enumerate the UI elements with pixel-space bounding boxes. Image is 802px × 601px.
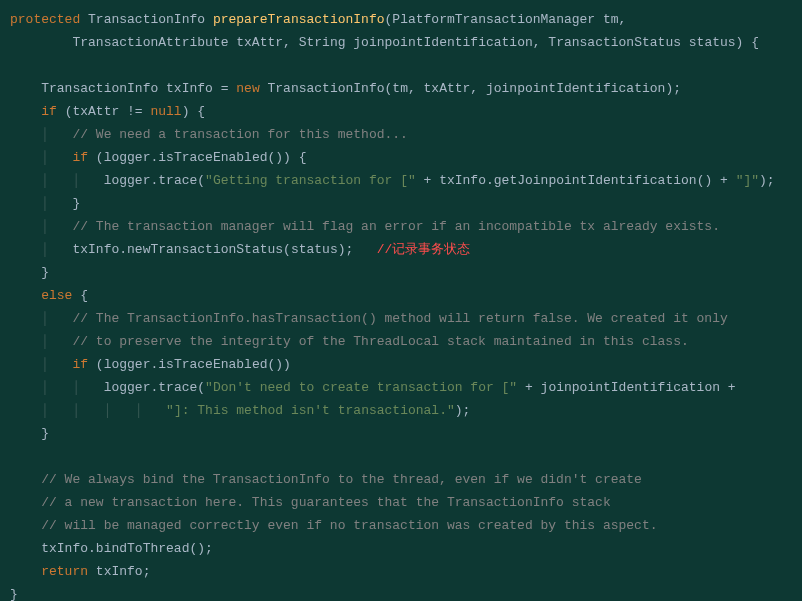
indent-guide: │: [41, 173, 49, 188]
line: }: [10, 587, 18, 601]
semi: );: [455, 403, 471, 418]
keyword-return: return: [41, 564, 88, 579]
param: joinpointIdentification: [353, 35, 532, 50]
comment: // The TransactionInfo.hasTransaction() …: [72, 311, 727, 326]
brace: }: [41, 265, 49, 280]
var: logger: [104, 150, 151, 165]
args: (status);: [283, 242, 353, 257]
brace: }: [72, 196, 80, 211]
line: TransactionInfo txInfo = new Transaction…: [10, 81, 681, 96]
indent-guide: │: [135, 403, 143, 418]
indent-guide: │: [72, 403, 80, 418]
param: status: [689, 35, 736, 50]
var: logger: [104, 173, 151, 188]
string: "]": [736, 173, 759, 188]
paren: (): [697, 173, 713, 188]
var: logger: [104, 380, 151, 395]
paren: (: [88, 150, 104, 165]
semi: );: [759, 173, 775, 188]
var: txInfo: [41, 541, 88, 556]
indent-guide: │: [72, 380, 80, 395]
line: │ if (logger.isTraceEnabled()) {: [10, 150, 307, 165]
line: txInfo.bindToThread();: [10, 541, 213, 556]
method-name: prepareTransactionInfo: [213, 12, 385, 27]
type: String: [299, 35, 346, 50]
line: // We always bind the TransactionInfo to…: [10, 472, 642, 487]
keyword-null: null: [150, 104, 181, 119]
comment: // The transaction manager will flag an …: [72, 219, 720, 234]
type: TransactionInfo: [41, 81, 158, 96]
line: │ if (logger.isTraceEnabled()): [10, 357, 291, 372]
param: tm: [603, 12, 619, 27]
brace: ) {: [182, 104, 205, 119]
comment: // We need a transaction for this method…: [72, 127, 407, 142]
comment: // to preserve the integrity of the Thre…: [72, 334, 688, 349]
type: TransactionInfo: [88, 12, 205, 27]
comment: // will be managed correctly even if no …: [41, 518, 657, 533]
brace: }: [10, 587, 18, 601]
args: (tm, txAttr, joinpointIdentification);: [385, 81, 681, 96]
code-block: protected TransactionInfo prepareTransac…: [10, 8, 792, 601]
semi: ;: [143, 564, 151, 579]
indent-guide: │: [104, 403, 112, 418]
plus: +: [517, 380, 540, 395]
var: txInfo: [88, 564, 143, 579]
plus: +: [712, 173, 735, 188]
string: "Don't need to create transaction for [": [205, 380, 517, 395]
type: PlatformTransactionManager: [392, 12, 595, 27]
line: │ // We need a transaction for this meth…: [10, 127, 408, 142]
dot: .: [119, 242, 127, 257]
var: txInfo: [166, 81, 213, 96]
line: │ // The TransactionInfo.hasTransaction(…: [10, 311, 728, 326]
comma: ,: [283, 35, 299, 50]
keyword-if: if: [41, 104, 57, 119]
string: "Getting transaction for [": [205, 173, 416, 188]
eq: =: [213, 81, 236, 96]
indent-guide: │: [72, 173, 80, 188]
var: joinpointIdentification: [541, 380, 720, 395]
line: return txInfo;: [10, 564, 150, 579]
line: // will be managed correctly even if no …: [10, 518, 658, 533]
semi: ();: [189, 541, 212, 556]
brace: ()) {: [268, 150, 307, 165]
brace: }: [41, 426, 49, 441]
space: [353, 242, 376, 257]
type: TransactionAttribute: [72, 35, 228, 50]
line: │ // to preserve the integrity of the Th…: [10, 334, 689, 349]
paren: ()): [268, 357, 291, 372]
comment: // We always bind the TransactionInfo to…: [41, 472, 642, 487]
line: if (txAttr != null) {: [10, 104, 205, 119]
indent-guide: │: [41, 311, 49, 326]
indent-guide: │: [41, 127, 49, 142]
method-call: isTraceEnabled: [158, 357, 267, 372]
cond: (txAttr !=: [57, 104, 151, 119]
keyword-if: if: [72, 150, 88, 165]
type: TransactionStatus: [548, 35, 681, 50]
indent-guide: │: [41, 196, 49, 211]
keyword-protected: protected: [10, 12, 80, 27]
brace: {: [72, 288, 88, 303]
var: txInfo: [439, 173, 486, 188]
comma: ,: [533, 35, 549, 50]
method-call: trace: [158, 380, 197, 395]
method-call: isTraceEnabled: [158, 150, 267, 165]
line: │ txInfo.newTransactionStatus(status); /…: [10, 242, 470, 257]
line: else {: [10, 288, 88, 303]
indent-guide: │: [41, 357, 49, 372]
keyword-else: else: [41, 288, 72, 303]
indent-guide: │: [41, 403, 49, 418]
line: │ │ logger.trace("Getting transaction fo…: [10, 173, 775, 188]
keyword-if: if: [72, 357, 88, 372]
method-call: trace: [158, 173, 197, 188]
line: protected TransactionInfo prepareTransac…: [10, 12, 626, 27]
indent-guide: │: [41, 242, 49, 257]
line: }: [10, 426, 49, 441]
var: logger: [104, 357, 151, 372]
paren: (: [88, 357, 104, 372]
plus: +: [720, 380, 736, 395]
paren: (: [197, 173, 205, 188]
string: "]: This method isn't transactional.": [166, 403, 455, 418]
comma: ,: [619, 12, 627, 27]
method-call: getJoinpointIdentification: [494, 173, 697, 188]
line: }: [10, 265, 49, 280]
